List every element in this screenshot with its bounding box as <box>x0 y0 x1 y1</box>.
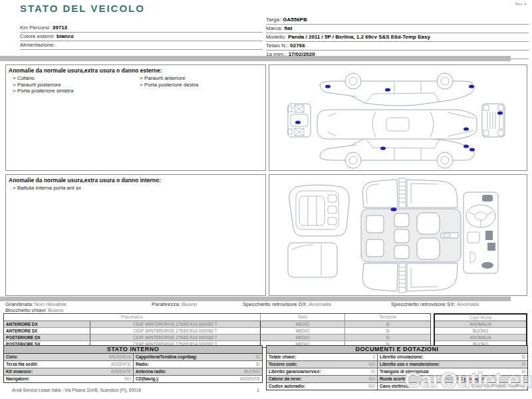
column-header-termiche: Termiche <box>345 314 430 321</box>
field-row-marca: Marca:fiat <box>266 25 529 33</box>
table-row: Totale chiavi:2 Libretto circolazione:Si <box>267 354 527 361</box>
field-label: Colore esterni: <box>20 33 55 39</box>
interior-anomalies-title: Anomalie da normale usura,extra usura o … <box>6 175 265 185</box>
tyre-table-header: Pneumatico Stato Termiche <box>4 314 430 321</box>
copri-ruota-value: ANOMALIA <box>435 321 526 328</box>
cell-value: SI <box>371 368 375 375</box>
cell-label: Radio: <box>136 361 149 368</box>
table-row: Cielo:ANOMALIA Cappelliera/Tendina copri… <box>4 354 262 361</box>
cell-value: ASSENTE <box>111 368 131 375</box>
field-value: Panda / 2011 / 5P / Berlina, 1.2 69cv S&… <box>288 34 430 40</box>
car-front-view <box>288 104 311 137</box>
cell-value: NO <box>368 376 375 382</box>
field-value: 39713 <box>53 25 67 31</box>
field-row-telaio: Telaio N.:02766 <box>266 42 529 51</box>
cell-label: Cappelliera/Tendina copribag: <box>136 354 198 360</box>
watermark: CarOutlet.eu <box>404 367 532 393</box>
tyre-state: MEDIO <box>261 328 345 334</box>
footer-address: Arval Service Lease Italia - Via Pisana … <box>12 388 141 392</box>
field-label: Telaio N.: <box>266 43 288 49</box>
summary-grandinata: Grandinata:Non rilevabile <box>5 301 66 307</box>
table-row: Kit vivavoce:ASSENTE Antenna radio:BUONO <box>4 368 262 376</box>
damage-marker <box>497 111 503 114</box>
list-item: > Cofano <box>9 75 136 82</box>
cell-label: Kit vivavoce: <box>6 368 33 375</box>
cell-value: SI <box>256 354 260 360</box>
cell-value: NO <box>124 376 131 382</box>
tyre-row-anteriore-dx: ANTERIORE DX CEAT WINTERDRIVE 175/65 R14… <box>4 321 430 328</box>
cell-value: ASSENTE <box>240 376 260 382</box>
tyre-table: Pneumatico Stato Termiche ANTERIORE DX C… <box>3 313 431 348</box>
field-label: Marca: <box>266 25 282 31</box>
summary-value: Anomalia <box>309 301 331 307</box>
summary-label: Specchietto retrovisore DX: <box>243 301 307 307</box>
tyre-description: CEAT WINTERDRIVE 175/65 R14 000/082 T <box>90 328 261 334</box>
damage-marker <box>469 148 475 151</box>
trunk-view <box>288 243 337 277</box>
copri-ruota-value: BUONO <box>435 328 526 334</box>
stato-interno-table: STATO INTERNO Cielo:ANOMALIA Cappelliera… <box>3 345 263 383</box>
vehicle-fields-left: Km Percorsi:39713 Colore esterni:bianco … <box>20 24 263 50</box>
exterior-list-col1: > Cofano > Paraurti posteriore > Porta p… <box>9 75 136 94</box>
field-value: bianco <box>57 33 74 39</box>
interior-damage-diagram <box>269 175 527 295</box>
cell-label: Tessere code: <box>269 361 297 368</box>
cell-label: Navigatore: <box>6 376 30 382</box>
page-title: STATO DEL VEICOLO <box>20 3 145 14</box>
exterior-anomalies-list: > Cofano > Paraurti posteriore > Porta p… <box>6 75 265 94</box>
summary-value: Non rilevabile <box>35 301 66 307</box>
list-item: > Porta posteriore destra <box>136 82 263 88</box>
tyre-winter: Si <box>345 328 430 334</box>
summary-label: Grandinata: <box>5 301 33 307</box>
tyre-position: ANTERIORE SX <box>4 328 90 334</box>
summary-parabrezza: Parabrezza:Buono <box>152 301 197 307</box>
cell-label: Antenna radio: <box>136 368 166 375</box>
copri-ruota-table: Copri Ruota ANOMALIA BUONO ANOMALIA BUON… <box>434 313 527 348</box>
vehicle-fields-right: Targa:GA556PB Marca:fiat Modello:Panda /… <box>266 16 529 59</box>
field-row-alimentazione: Alimentazione: <box>20 41 263 50</box>
tyre-state: MEDIO <box>261 334 345 340</box>
column-header-copri-ruota: Copri Ruota <box>435 315 526 321</box>
car-side-view-bottom <box>320 136 474 168</box>
exterior-damage-diagram <box>269 65 527 170</box>
cell-label: Terza fila sedili: <box>6 361 38 368</box>
separator-bar <box>0 56 511 61</box>
column-header-stato: Stato <box>261 314 345 321</box>
list-item: > Paraurti anteriore <box>136 75 263 82</box>
field-row-modello: Modello:Panda / 2011 / 5P / Berlina, 1.2… <box>266 33 529 42</box>
damage-marker <box>325 84 331 88</box>
tyre-position: ANTERIORE DX <box>4 321 90 327</box>
cabin-floorplan <box>361 178 461 293</box>
page-number: 1 <box>257 388 259 392</box>
cell-label: Catene da neve: <box>269 376 302 382</box>
field-row-colore: Colore esterni:bianco <box>20 33 263 41</box>
summary-label: Specchietto retrovisore SX: <box>391 301 456 307</box>
rear-seats-view <box>289 185 350 236</box>
list-item: > Porta posteriore sinistra <box>9 88 136 94</box>
damage-marker <box>464 127 469 130</box>
exterior-diagram-panel <box>269 65 527 171</box>
field-value: fiat <box>284 25 292 31</box>
separator-bar <box>0 297 511 301</box>
field-value: GA556PB <box>283 17 307 23</box>
documenti-title: DOCUMENTI E DOTAZIONI <box>267 346 527 354</box>
damage-marker <box>380 146 386 150</box>
damage-marker <box>464 144 469 148</box>
cell-label: CD(Navig.): <box>136 376 159 382</box>
cell-value: ASSENTE <box>111 361 131 368</box>
field-label: Alimentazione: <box>20 42 55 48</box>
list-item: > Battuta interna porta ant sx <box>9 185 136 192</box>
damage-marker <box>391 207 397 211</box>
list-item: > Paraurti posteriore <box>9 82 136 88</box>
exterior-anomalies-title: Anomalie da normale usura,extra usura o … <box>6 65 265 75</box>
summary-specchietto-dx: Specchietto retrovisore DX:Anomalia <box>243 301 331 307</box>
cell-value: BUONO <box>244 368 260 375</box>
interior-anomalies-list: > Battuta interna porta ant sx <box>6 185 265 192</box>
tyre-description: CEAT WINTERDRIVE 175/65 R14 000/082 T <box>90 334 261 340</box>
tyre-position: POSTERIORE DX <box>4 334 90 340</box>
field-label: Targa: <box>266 17 281 23</box>
summary-value: Buono <box>48 307 63 313</box>
cell-value: ANOMALIA <box>108 354 131 360</box>
footer-note: ID 1u7/N3. P9uBd3, Ouu88ud <box>471 384 524 388</box>
cell-value: Si <box>521 354 525 360</box>
